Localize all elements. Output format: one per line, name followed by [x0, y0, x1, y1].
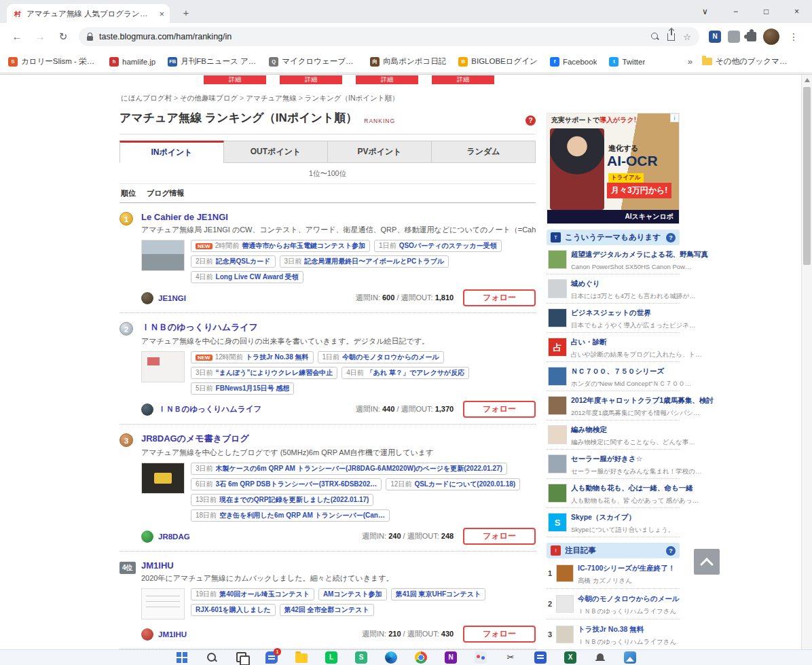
slack-icon[interactable]: S [355, 651, 367, 664]
featured-title[interactable]: 今朝のモノタロウからのメール [578, 594, 680, 603]
article-tag-pill[interactable]: 3日前 木製ケースの6m QRP AM トランシーバー(JR8DAG-6AM20… [191, 463, 507, 475]
article-tag-pill[interactable]: 13日前 現在までのQRP記録を更新しました(2022.01.17) [191, 494, 373, 506]
blog-thumbnail[interactable] [141, 240, 185, 271]
featured-article-item[interactable]: 2 今朝のモノタロウからのメール ＩＮＢのゆっくりハムライフさん [547, 589, 680, 619]
author-name-link[interactable]: ＩＮＢのゆっくりハムライフ [158, 404, 261, 414]
article-tag-pill[interactable]: 6日前 3石 6m QRP DSBトランシーバー(3TRX-6DSB202… [191, 478, 382, 490]
follow-button[interactable]: フォロー [463, 626, 536, 643]
article-tag-pill[interactable]: 4日前 Long Live CW Award 受領 [191, 271, 303, 283]
share-icon[interactable] [667, 33, 675, 41]
zoom-icon[interactable] [651, 33, 659, 41]
blog-title-link[interactable]: JM1IHU [141, 560, 174, 571]
article-tag-pill[interactable]: AMコンテスト参加 [318, 588, 387, 600]
article-tag-pill[interactable]: 3日前 “まんぼう”によりウクレレ練習会中止 [191, 367, 337, 379]
browser-tab[interactable]: 村 アマチュア無線 人気ブログランキング - × [7, 4, 170, 23]
breadcrumb-item[interactable]: その他趣味ブログ [180, 94, 246, 102]
bookmark-item[interactable]: FB 月刊FBニュース アマ… [168, 56, 257, 67]
theme-title[interactable]: 占い・診断 [571, 338, 607, 346]
author-name-link[interactable]: JR8DAG [158, 533, 190, 541]
help-icon[interactable]: ? [666, 233, 676, 242]
theme-item[interactable]: 超望遠デジタルカメラによる花、野鳥写真 Canon PowerShot SX50… [547, 245, 680, 274]
theme-title[interactable]: Skype（スカイプ） [571, 513, 635, 521]
ad-detail-button[interactable]: 詳細 [280, 75, 342, 84]
extensions-puzzle-icon[interactable] [747, 32, 756, 41]
other-bookmarks[interactable]: その他のブックマーク [702, 56, 792, 67]
follow-button[interactable]: フォロー [463, 528, 536, 545]
lock-icon[interactable] [87, 36, 93, 41]
bookmark-item[interactable]: Q マイクロウェーブ山口 -… [269, 56, 358, 67]
edge-icon[interactable] [385, 651, 397, 664]
bookmarks-overflow-icon[interactable]: » [688, 56, 693, 67]
address-bar[interactable]: taste.blogmura.com/ham/ranking/in ☆ [79, 27, 699, 46]
article-tag-pill[interactable]: 19日前 第40回オール埼玉コンテスト [191, 588, 314, 600]
featured-title[interactable]: トラ技Jr No.38 無料 [578, 625, 644, 633]
author-avatar[interactable] [141, 292, 153, 304]
article-tag-pill[interactable]: RJX-601を購入しました [191, 604, 276, 616]
article-tag-pill[interactable]: 18日前 空き缶を利用した6m QRP AM トランシーバー(Can… [191, 509, 390, 522]
author-avatar[interactable] [141, 403, 153, 416]
breadcrumb-item[interactable]: にほんブログ村 [121, 94, 180, 102]
theme-item[interactable]: 編み物検定 編み物検定に関することなら、どんな事… [547, 420, 680, 450]
article-tag-pill[interactable]: 1日前 今朝のモノタロウからのメール [318, 351, 444, 363]
scrollbar[interactable] [801, 75, 812, 649]
tab-in-points[interactable]: INポイント [119, 141, 224, 163]
line-icon[interactable]: L [325, 651, 337, 664]
theme-title[interactable]: 城めぐり [571, 279, 600, 287]
new-tab-button[interactable]: + [178, 5, 194, 22]
article-tag-pill[interactable]: 3日前 記念局運用最終日〜アイボールとPCトラブル [280, 255, 449, 268]
follow-button[interactable]: フォロー [463, 289, 536, 306]
author-name-link[interactable]: JM1IHU [158, 630, 187, 639]
snipping-tool-icon[interactable]: ✂ [504, 651, 517, 664]
blog-title-link[interactable]: ＩＮＢのゆっくりハムライフ [141, 321, 258, 334]
breadcrumb-item[interactable]: アマチュア無線 [246, 94, 305, 102]
bookmark-item[interactable]: S カロリーSlism - 栄養… [8, 56, 97, 67]
blog-thumbnail[interactable] [141, 463, 185, 494]
theme-item[interactable]: 人も動物も花も、心は一緒、命も一緒 人も動物も花も、皆 心があって 感があっ… [547, 479, 680, 508]
minimize-button[interactable]: − [720, 0, 751, 23]
author-name-link[interactable]: JE1NGI [158, 294, 186, 302]
article-tag-pill[interactable]: 1日前 QSOパーティのステッカー受領 [374, 240, 502, 252]
extension-icon[interactable]: N [709, 31, 721, 43]
notifications-icon[interactable] [594, 651, 606, 664]
ad-detail-button[interactable]: 詳細 [204, 75, 266, 84]
breadcrumb-item[interactable]: ランキング（INポイント順） [305, 94, 399, 102]
reload-icon[interactable]: ↻ [54, 27, 73, 46]
tab-out-points[interactable]: OUTポイント [224, 141, 328, 163]
back-icon[interactable]: ← [7, 27, 26, 46]
theme-item[interactable]: ＮＣ７００、７５０シリーズ ホンダの“New Mid Concept”ＮＣ７００… [547, 362, 680, 391]
paint-icon[interactable] [475, 651, 487, 664]
theme-title[interactable]: セーラー服が好きさ☆ [571, 454, 642, 463]
tab-close-icon[interactable]: × [159, 9, 164, 19]
scrollbar-up-icon[interactable] [805, 78, 810, 82]
scrollbar-thumb[interactable] [803, 87, 811, 265]
article-tag-pill[interactable]: 第42回 全市全郡コンテスト [280, 604, 374, 616]
theme-title[interactable]: 人も動物も花も、心は一緒、命も一緒 [571, 484, 693, 492]
calculator-icon[interactable] [534, 651, 547, 664]
author-avatar[interactable] [141, 531, 153, 543]
maximize-button[interactable]: □ [751, 0, 781, 23]
tab-pv-points[interactable]: PVポイント [328, 141, 432, 163]
bookmark-item[interactable]: f Facebook [550, 57, 597, 67]
theme-title[interactable]: ビジネスジェットの世界 [571, 308, 651, 317]
browser-menu-icon[interactable]: ⋮ [789, 31, 798, 42]
scroll-to-top-button[interactable] [694, 549, 720, 575]
url-text[interactable]: taste.blogmura.com/ham/ranking/in [99, 32, 643, 41]
theme-item[interactable]: 占 占い・診断 占いや診断の結果をブログに入れたら、ト… [547, 333, 680, 362]
theme-title[interactable]: 超望遠デジタルカメラによる花、野鳥写真 [571, 250, 708, 258]
help-icon[interactable]: ? [525, 115, 536, 126]
bookmark-star-icon[interactable]: ☆ [683, 32, 691, 42]
help-icon[interactable]: ? [666, 546, 676, 556]
search-icon[interactable] [206, 651, 218, 664]
task-view-icon[interactable] [236, 651, 248, 664]
article-tag-pill[interactable]: NEW 12時間前 トラ技Jr No.38 無料 [191, 351, 314, 363]
theme-title[interactable]: ＮＣ７００、７５０シリーズ [571, 367, 664, 375]
bookmark-item[interactable]: B BIGLOBEログイン [458, 56, 538, 67]
close-button[interactable]: × [781, 0, 812, 23]
blog-title-link[interactable]: JR8DAGのメモ書きブログ [141, 433, 249, 445]
ad-detail-button[interactable]: 詳細 [432, 75, 494, 84]
tab-search-icon[interactable]: ∨ [690, 0, 720, 23]
extension-icon[interactable] [728, 31, 740, 43]
article-tag-pill[interactable]: 2日前 記念局QSLカード [191, 255, 276, 268]
article-tag-pill[interactable]: 12日前 QSLカードについて(2020.01.18) [386, 478, 520, 490]
article-tag-pill[interactable]: 第41回 東京UHFコンテスト [391, 588, 486, 600]
